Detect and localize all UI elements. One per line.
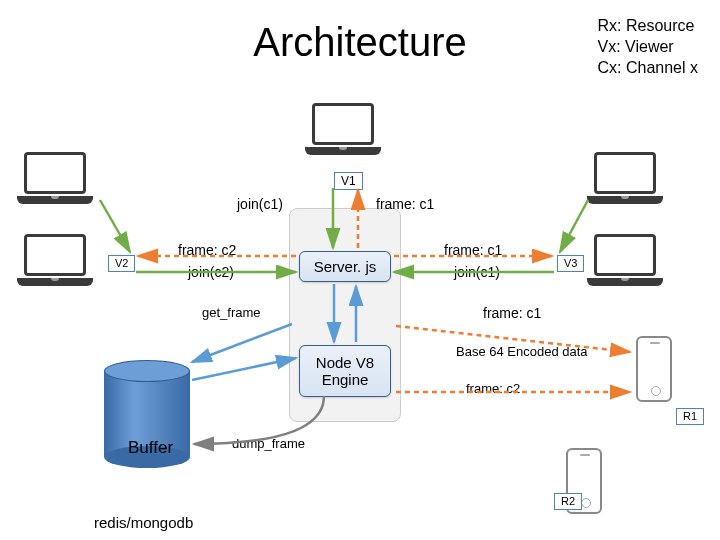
legend-c: Cx: Channel x — [598, 58, 699, 79]
label-frame-c1-right: frame: c1 — [444, 242, 502, 259]
laptop-v2-left — [24, 152, 93, 204]
label-frame-c2-left: frame: c2 — [178, 242, 236, 259]
engine-line2: Engine — [304, 371, 386, 388]
label-join-c1: join(c1) — [237, 196, 283, 213]
legend-r: Rx: Resource — [598, 16, 699, 37]
tag-r1: R1 — [676, 408, 704, 425]
node-engine-box: Node V8 Engine — [299, 345, 391, 397]
tag-r2: R2 — [554, 493, 582, 510]
svg-line-3 — [560, 200, 588, 252]
tag-v3: V3 — [557, 255, 584, 272]
label-frame-c2-r1: frame: c2 — [466, 381, 520, 397]
laptop-v3-right — [594, 152, 663, 204]
engine-line1: Node V8 — [304, 354, 386, 371]
legend-v: Vx: Viewer — [598, 37, 699, 58]
label-join-c1-right: join(c1) — [454, 264, 500, 281]
laptop-v1 — [312, 103, 381, 155]
phone-r1 — [636, 336, 672, 402]
label-dump-frame: dump_frame — [232, 436, 305, 452]
label-frame-c1-r1: frame: c1 — [483, 305, 541, 322]
svg-line-2 — [100, 200, 130, 252]
label-join-c2: join(c2) — [188, 264, 234, 281]
label-buffer: Buffer — [128, 438, 173, 458]
svg-line-8 — [192, 324, 292, 362]
label-get-frame: get_frame — [202, 305, 261, 321]
tag-v2: V2 — [108, 255, 135, 272]
tag-v1: V1 — [334, 172, 363, 190]
label-db: redis/mongodb — [94, 514, 193, 532]
label-frame-c1-top: frame: c1 — [376, 196, 434, 213]
server-js-box: Server. js — [299, 251, 391, 282]
svg-line-9 — [192, 358, 296, 380]
label-base64: Base 64 Encoded data — [456, 344, 588, 360]
legend: Rx: Resource Vx: Viewer Cx: Channel x — [598, 16, 699, 78]
laptop-v2 — [24, 234, 93, 286]
laptop-v3 — [594, 234, 663, 286]
server-js-label: Server. js — [314, 258, 377, 275]
